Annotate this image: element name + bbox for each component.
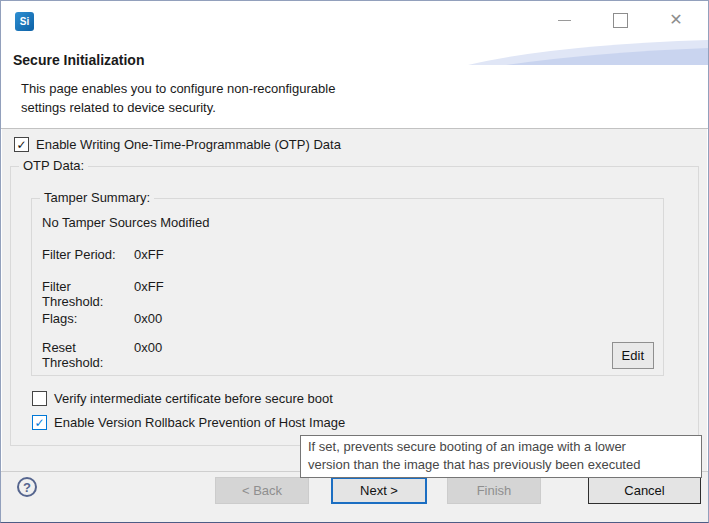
verify-certificate-label: Verify intermediate certificate before s… bbox=[54, 391, 333, 406]
app-logo-icon: Si bbox=[15, 12, 34, 31]
next-button[interactable]: Next > bbox=[331, 477, 427, 504]
wizard-banner: Secure Initialization This page enables … bbox=[1, 39, 708, 129]
verify-certificate-checkbox[interactable]: Verify intermediate certificate before s… bbox=[32, 391, 333, 406]
minimize-icon bbox=[558, 20, 571, 21]
tamper-summary-group: Tamper Summary: No Tamper Sources Modifi… bbox=[31, 198, 664, 376]
tooltip-line: If set, prevents secure booting of an im… bbox=[308, 438, 694, 456]
field-value: 0x00 bbox=[134, 311, 162, 326]
enable-otp-checkbox[interactable]: ✓ Enable Writing One-Time-Programmable (… bbox=[14, 137, 341, 152]
tamper-row-filter-period: Filter Period: 0xFF bbox=[42, 247, 164, 262]
button-bar: ? < Back Next > Finish Cancel bbox=[1, 471, 708, 522]
help-button[interactable]: ? bbox=[17, 477, 37, 497]
rollback-tooltip: If set, prevents secure booting of an im… bbox=[300, 435, 702, 478]
finish-button[interactable]: Finish bbox=[447, 477, 541, 504]
page-description-line: This page enables you to configure non-r… bbox=[21, 79, 335, 98]
tooltip-line: version than the image that has previous… bbox=[308, 456, 694, 474]
tamper-row-flags: Flags: 0x00 bbox=[42, 311, 162, 326]
enable-otp-label: Enable Writing One-Time-Programmable (OT… bbox=[36, 137, 341, 152]
tamper-summary-group-label: Tamper Summary: bbox=[40, 190, 154, 205]
tamper-status-text: No Tamper Sources Modified bbox=[42, 215, 209, 230]
checkbox-checked-icon: ✓ bbox=[32, 415, 47, 430]
page-description-line: settings related to device security. bbox=[21, 98, 335, 117]
page-title: Secure Initialization bbox=[13, 52, 144, 68]
tamper-row-filter-threshold: Filter Threshold: 0xFF bbox=[42, 279, 164, 309]
title-bar: Si ✕ bbox=[1, 1, 708, 39]
secure-initialization-dialog: Si ✕ Secure Initialization This page ena… bbox=[0, 0, 709, 523]
back-button[interactable]: < Back bbox=[215, 477, 309, 504]
tamper-row-reset-threshold: Reset Threshold: 0x00 bbox=[42, 340, 162, 370]
maximize-button[interactable] bbox=[592, 1, 648, 39]
field-value: 0x00 bbox=[134, 340, 162, 370]
minimize-button[interactable] bbox=[536, 1, 592, 39]
close-button[interactable]: ✕ bbox=[648, 1, 704, 39]
maximize-icon bbox=[613, 13, 628, 28]
banner-wave-decoration bbox=[468, 39, 708, 69]
rollback-prevention-checkbox[interactable]: ✓ Enable Version Rollback Prevention of … bbox=[32, 415, 345, 430]
checkbox-unchecked-icon bbox=[32, 391, 47, 406]
field-label: Reset Threshold: bbox=[42, 340, 134, 370]
field-value: 0xFF bbox=[134, 279, 164, 309]
field-label: Flags: bbox=[42, 311, 134, 326]
field-label: Filter Threshold: bbox=[42, 279, 134, 309]
field-value: 0xFF bbox=[134, 247, 164, 262]
otp-data-group-label: OTP Data: bbox=[19, 158, 88, 173]
close-icon: ✕ bbox=[669, 12, 682, 28]
edit-button[interactable]: Edit bbox=[612, 342, 654, 369]
checkbox-checked-icon: ✓ bbox=[14, 137, 29, 152]
wizard-content: ✓ Enable Writing One-Time-Programmable (… bbox=[2, 129, 707, 472]
window-controls: ✕ bbox=[536, 1, 704, 39]
rollback-prevention-label: Enable Version Rollback Prevention of Ho… bbox=[54, 415, 345, 430]
cancel-button[interactable]: Cancel bbox=[588, 477, 701, 504]
page-description: This page enables you to configure non-r… bbox=[21, 79, 335, 117]
field-label: Filter Period: bbox=[42, 247, 134, 262]
